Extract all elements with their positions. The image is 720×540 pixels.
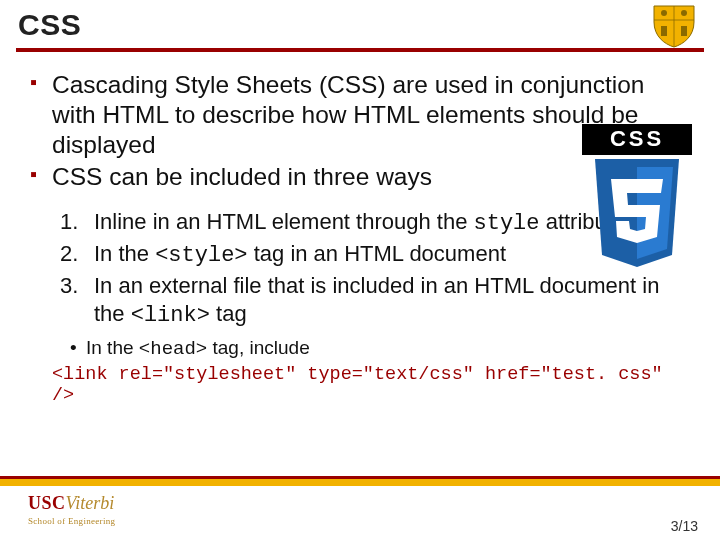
text: In the xyxy=(86,337,139,358)
svg-rect-3 xyxy=(681,26,687,36)
title-bar: CSS xyxy=(0,0,720,46)
num-item: In an external file that is included in … xyxy=(60,272,690,330)
text: In the xyxy=(94,241,155,266)
footer: USCViterbi School of Engineering 3/13 xyxy=(0,486,720,540)
code-text: <style> xyxy=(155,243,247,268)
page-number: 3/13 xyxy=(671,518,698,534)
logo-usc: USC xyxy=(28,493,66,513)
text: tag, include xyxy=(207,337,309,358)
code-text: <link> xyxy=(131,303,210,328)
logo-school: School of Engineering xyxy=(28,516,115,526)
sub-bullet-item: In the <head> tag, include xyxy=(70,336,690,362)
code-text: style xyxy=(474,211,540,236)
sub-bullet-list: In the <head> tag, include xyxy=(70,336,690,362)
slide-title: CSS xyxy=(18,8,702,42)
svg-rect-2 xyxy=(661,26,667,36)
svg-point-1 xyxy=(681,10,687,16)
text: tag in an HTML document xyxy=(248,241,506,266)
logo-viterbi: Viterbi xyxy=(66,493,115,513)
slide: CSS Cascading Style Sheets (CSS) are use… xyxy=(0,0,720,540)
css3-logo: CSS xyxy=(582,124,692,271)
usc-viterbi-logo: USCViterbi School of Engineering xyxy=(28,493,115,526)
code-text: <head> xyxy=(139,338,207,360)
svg-point-0 xyxy=(661,10,667,16)
text: tag xyxy=(210,301,247,326)
text: Inline in an HTML element through the xyxy=(94,209,474,234)
css3-logo-label: CSS xyxy=(582,124,692,155)
usc-shield-icon xyxy=(650,4,698,48)
code-line: <link rel="stylesheet" type="text/css" h… xyxy=(52,364,690,406)
css3-shield-icon xyxy=(587,159,687,271)
footer-accent-band xyxy=(0,476,720,486)
